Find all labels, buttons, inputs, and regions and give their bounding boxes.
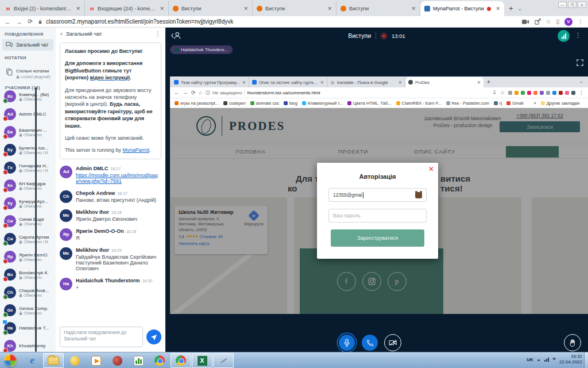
extension-icon[interactable]: [533, 91, 537, 95]
mynaparrot-link[interactable]: MynaParrot: [123, 147, 150, 153]
taskbar-app-button[interactable]: [213, 353, 234, 368]
mute-microphone-button[interactable]: [339, 335, 355, 351]
participant-row[interactable]: Ge Genius Comp... Обмежено: [0, 301, 56, 319]
tab-close-icon[interactable]: ✕: [477, 80, 481, 85]
reload-icon[interactable]: ⟳: [28, 18, 33, 25]
show-desktop-button[interactable]: [584, 352, 588, 368]
install-icon[interactable]: ⇩: [492, 90, 497, 95]
bookmark-item[interactable]: Другие закладки: [541, 101, 579, 106]
tab-search-chevron-icon[interactable]: ⌄: [518, 6, 523, 12]
shared-notes-item[interactable]: Спільні нотатки Locked (ведучий): [2, 63, 53, 80]
bookmark-item[interactable]: free - Pastebin.com: [446, 101, 489, 106]
bookmark-item[interactable]: blog: [284, 101, 297, 106]
taskbar-app-button[interactable]: [171, 353, 191, 368]
extension-icon[interactable]: [508, 91, 512, 95]
password-field[interactable]: Ваш пароль: [328, 209, 427, 223]
bookmark-item[interactable]: animate css: [250, 101, 279, 106]
presenter-badge[interactable]: Haidaichuk Thunders...: [170, 45, 233, 54]
chat-message-input[interactable]: Надіслати повідомлення до Загальний чат: [60, 327, 143, 347]
taskbar-app-button[interactable]: X: [192, 353, 212, 368]
modal-close-icon[interactable]: ✕: [428, 165, 434, 173]
participant-row[interactable]: На Haidaichuk T...: [0, 319, 56, 337]
network-icon[interactable]: [544, 358, 549, 362]
restore-button[interactable]: ❐: [568, 2, 577, 8]
taskbar-app-button[interactable]: [149, 353, 170, 368]
taskbar-app-button[interactable]: [107, 353, 127, 368]
participant-row[interactable]: Си Синяк Бодя Обмежено: [0, 212, 56, 230]
bookmark-item[interactable]: codepen: [223, 101, 246, 106]
bookmark-item[interactable]: Gmail: [506, 101, 524, 106]
participant-row[interactable]: Кн КН Кафедра Обмежено: [0, 177, 56, 194]
leave-audio-button[interactable]: [362, 335, 378, 351]
participants-scrollbar[interactable]: [35, 87, 37, 352]
shared-browser-tab[interactable]: Тези сайту гуртка Програму... ✕: [171, 77, 249, 87]
bookmark-item[interactable]: игры на javascript...: [175, 101, 219, 106]
send-message-button[interactable]: [146, 329, 161, 344]
browser-tab[interactable]: Виступи ✕: [253, 1, 336, 16]
bookmark-item[interactable]: Цвета HTML. Таб...: [347, 101, 392, 106]
participant-row[interactable]: Ку Кучерук Арт... Обмежено: [0, 194, 56, 212]
start-button[interactable]: [4, 354, 17, 367]
tab-close-icon[interactable]: ✕: [160, 6, 164, 12]
back-icon[interactable]: ←: [174, 90, 179, 95]
forward-icon[interactable]: →: [16, 18, 22, 25]
browser-tab[interactable]: Виступи ✕: [169, 1, 253, 16]
extension-icon[interactable]: [571, 91, 575, 95]
tab-chevron-icon[interactable]: ⌄: [579, 78, 583, 84]
tab-close-icon[interactable]: ✕: [76, 6, 80, 12]
tab-close-icon[interactable]: ✕: [399, 80, 402, 85]
profile-avatar[interactable]: V: [564, 18, 572, 26]
extension-icon[interactable]: [552, 91, 556, 95]
participant-row[interactable]: Bo Bondarchyk K... Обмежено: [0, 266, 56, 283]
extension-icon[interactable]: [521, 91, 525, 95]
shared-browser-tab[interactable]: G translate - Поиск в Google ✕: [327, 77, 405, 87]
new-tab-button[interactable]: +: [487, 79, 490, 85]
raise-hand-button[interactable]: [564, 334, 581, 351]
participant-row[interactable]: Ad Admin DMLC: [0, 105, 56, 123]
browser-menu-icon[interactable]: ⋮: [578, 18, 583, 25]
extension-icon[interactable]: [565, 91, 569, 95]
home-icon[interactable]: ⌂: [199, 90, 202, 95]
bear-extension-icon[interactable]: [415, 192, 422, 198]
participant-row[interactable]: Си Сирота Артем Обмежено | M...: [0, 230, 56, 248]
bookmark-item[interactable]: Клавиатурный т...: [302, 101, 343, 106]
browser-tab[interactable]: MynaParrot - Виступи ✕: [420, 1, 504, 16]
browser-menu-icon[interactable]: ⋮: [579, 90, 584, 95]
connection-status-button[interactable]: [558, 30, 570, 42]
email-field[interactable]: 12355@gmai: [328, 188, 427, 202]
extension-icon[interactable]: [559, 91, 563, 95]
extension-icon[interactable]: [527, 91, 531, 95]
toggle-userlist-icon[interactable]: [171, 32, 181, 40]
browser-tab[interactable]: Виступи ✕: [336, 1, 420, 16]
bookmark-item[interactable]: rj: [494, 101, 502, 106]
options-menu-icon[interactable]: ⋮: [575, 32, 581, 39]
shared-browser-tab[interactable]: ProDes ✕: [405, 77, 483, 87]
close-button[interactable]: ✕: [578, 2, 586, 8]
back-icon[interactable]: ←: [5, 18, 11, 25]
taskbar-app-button[interactable]: e: [22, 353, 42, 368]
new-tab-button[interactable]: +: [509, 4, 513, 13]
tab-close-icon[interactable]: ✕: [320, 80, 324, 85]
register-button[interactable]: Зареєструватися: [331, 229, 424, 247]
action-center-flag-icon[interactable]: ⚑: [552, 357, 556, 362]
tab-close-icon[interactable]: ✕: [327, 6, 332, 12]
participant-row[interactable]: Яр Яригін DemO... Обмежено: [0, 248, 56, 266]
extension-icon[interactable]: [540, 91, 544, 95]
tab-close-icon[interactable]: ✕: [496, 6, 500, 12]
extension-icon[interactable]: [514, 91, 519, 95]
bookmark-item[interactable]: »: [528, 101, 536, 106]
share-webcam-button[interactable]: [384, 334, 401, 351]
browser-tab[interactable]: M Входящие (24) - komendantov1 ✕: [85, 1, 169, 16]
tab-close-icon[interactable]: ✕: [242, 80, 246, 85]
participant-row[interactable]: Kh Khvashtorniy: [0, 337, 56, 352]
bookmark-item[interactable]: ClaimRBX - Earn F...: [396, 101, 442, 106]
shared-browser-tab[interactable]: Опис та лістинг сайту гуртк... ✕: [249, 77, 327, 87]
participant-row[interactable]: Ch Chepok Andr... Обмежено: [0, 283, 56, 301]
browser-tab[interactable]: M Вхідні (2) - komendantov@nenc ✕: [1, 1, 85, 16]
share-icon[interactable]: [535, 18, 541, 25]
taskbar-app-button[interactable]: [43, 353, 64, 368]
forward-icon[interactable]: →: [183, 90, 188, 95]
participant-row[interactable]: Го Гончарова Н... Обмежено | M...: [0, 159, 56, 177]
bookmark-star-icon[interactable]: ☆: [546, 18, 551, 25]
tab-close-icon[interactable]: ✕: [243, 6, 248, 12]
